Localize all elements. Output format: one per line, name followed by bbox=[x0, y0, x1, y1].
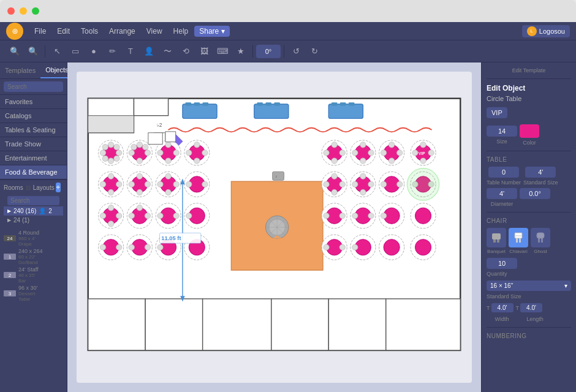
svg-point-67 bbox=[186, 150, 192, 156]
svg-text:11.05 ft: 11.05 ft bbox=[161, 235, 181, 241]
app-brand-name: Logosou bbox=[539, 28, 565, 35]
svg-rect-209 bbox=[538, 238, 540, 243]
legend-item-2: 1 240 x 264 60 x 22' Go/Band bbox=[4, 248, 63, 265]
zoom-out-btn[interactable]: 🔍 bbox=[6, 43, 23, 60]
table-number-input[interactable] bbox=[488, 167, 519, 178]
svg-rect-21 bbox=[349, 102, 354, 106]
user-tool[interactable]: 👤 bbox=[140, 43, 157, 60]
tab-templates[interactable]: Templates bbox=[0, 63, 40, 78]
svg-point-141 bbox=[388, 158, 394, 164]
divider-2 bbox=[487, 212, 571, 213]
sidebar-entertainment[interactable]: Entertainment bbox=[0, 151, 67, 165]
svg-rect-10 bbox=[183, 104, 217, 118]
svg-point-97 bbox=[108, 205, 113, 211]
app-logo[interactable]: ◎ bbox=[6, 23, 23, 40]
svg-point-127 bbox=[339, 150, 345, 156]
menu-edit[interactable]: Edit bbox=[52, 26, 75, 37]
svg-point-132 bbox=[352, 150, 358, 156]
circle-tool[interactable]: ● bbox=[85, 43, 102, 60]
sidebar-food-beverage[interactable]: Food & Beverage bbox=[0, 165, 67, 179]
chair-chiavari[interactable]: Chiavari bbox=[509, 228, 528, 254]
chair-quantity-input[interactable] bbox=[487, 258, 517, 269]
svg-rect-19 bbox=[332, 102, 337, 106]
user-account[interactable]: L Logosou bbox=[522, 25, 570, 37]
menu-tools[interactable]: Tools bbox=[76, 26, 103, 37]
menu-arrange[interactable]: Arrange bbox=[104, 26, 140, 37]
add-room-btn[interactable]: + bbox=[56, 183, 61, 192]
chair-types-row: Banquet Chiavari Ghost bbox=[487, 228, 571, 254]
svg-point-117 bbox=[129, 244, 134, 250]
svg-point-102 bbox=[145, 213, 150, 219]
text-tool[interactable]: T bbox=[122, 43, 139, 60]
menu-help[interactable]: Help bbox=[169, 26, 194, 37]
rooms-search-input[interactable] bbox=[7, 196, 59, 205]
chair-section-title: Chair bbox=[487, 217, 571, 224]
angle-input[interactable] bbox=[256, 45, 281, 58]
traffic-light-red[interactable] bbox=[7, 7, 15, 15]
menu-bar: ◎ File Edit Tools Arrange View Help Shar… bbox=[0, 22, 576, 40]
pointer-tool[interactable]: ↖ bbox=[48, 43, 66, 60]
svg-point-47 bbox=[102, 144, 108, 149]
legend-detail-2: 240 x 264 60 x 22' Go/Band bbox=[18, 248, 43, 265]
svg-rect-210 bbox=[541, 238, 543, 243]
room-item-240[interactable]: ▶ 240 (16) 👤 2 bbox=[4, 206, 63, 216]
pen-tool[interactable]: ✏ bbox=[104, 43, 121, 60]
color-field: Color bbox=[520, 124, 539, 146]
width-input[interactable] bbox=[491, 303, 513, 312]
image-tool[interactable]: 🖼 bbox=[195, 43, 213, 60]
svg-rect-12 bbox=[328, 104, 363, 118]
sidebar-favorites[interactable]: Favorites bbox=[0, 95, 67, 109]
chair-ghost[interactable]: Ghost bbox=[531, 228, 550, 254]
sidebar-trade-show[interactable]: Trade Show bbox=[0, 137, 67, 151]
traffic-light-green[interactable] bbox=[32, 7, 39, 15]
rotate-tool[interactable]: ⟲ bbox=[177, 43, 194, 60]
svg-point-63 bbox=[165, 142, 171, 148]
rotation-input[interactable] bbox=[520, 188, 550, 199]
svg-rect-200 bbox=[165, 132, 176, 142]
sidebar-search-input[interactable] bbox=[4, 81, 63, 92]
chair-banquet[interactable]: Banquet bbox=[487, 228, 506, 254]
svg-point-133 bbox=[368, 150, 374, 156]
zoom-in-btn[interactable]: 🔍 bbox=[25, 43, 42, 60]
svg-point-69 bbox=[194, 142, 200, 148]
svg-point-68 bbox=[202, 150, 208, 156]
menu-view[interactable]: View bbox=[142, 26, 167, 37]
table-section-title: Table bbox=[487, 156, 571, 163]
menu-share[interactable]: Share ▾ bbox=[194, 26, 229, 37]
standard-size-dropdown[interactable]: 16 × 16" ▾ bbox=[487, 281, 571, 291]
diameter-input[interactable] bbox=[487, 188, 517, 199]
width-prefix: T bbox=[487, 305, 490, 311]
undo-btn[interactable]: ↺ bbox=[287, 43, 305, 60]
sidebar-tables-seating[interactable]: Tables & Seating bbox=[0, 123, 67, 137]
legend-detail-3: 24' Staff 46 x 25' Bar bbox=[18, 266, 39, 284]
size-input[interactable] bbox=[487, 126, 517, 137]
traffic-light-yellow[interactable] bbox=[20, 7, 27, 15]
svg-point-126 bbox=[324, 150, 329, 156]
svg-point-121 bbox=[157, 244, 163, 250]
redo-btn[interactable]: ↻ bbox=[306, 43, 323, 60]
star-tool[interactable]: ★ bbox=[232, 43, 249, 60]
dropdown-chevron-icon: ▾ bbox=[564, 282, 567, 289]
svg-rect-11 bbox=[254, 104, 289, 118]
color-swatch[interactable] bbox=[520, 124, 539, 138]
rect-tool[interactable]: ▭ bbox=[67, 43, 84, 60]
svg-text:VIP: VIP bbox=[419, 151, 425, 156]
sidebar-catalogs[interactable]: Catalogs bbox=[0, 109, 67, 123]
divider-1 bbox=[487, 151, 571, 151]
menu-file[interactable]: File bbox=[29, 26, 51, 37]
table-number-label: Table Number bbox=[487, 179, 521, 186]
toolbar-divider-1 bbox=[45, 45, 45, 58]
length-input[interactable] bbox=[520, 303, 542, 312]
svg-point-103 bbox=[137, 205, 142, 211]
svg-point-76 bbox=[108, 189, 113, 195]
size-field: Size bbox=[487, 126, 517, 145]
svg-point-87 bbox=[165, 173, 171, 179]
svg-point-188 bbox=[352, 244, 358, 250]
keyboard-tool[interactable]: ⌨ bbox=[214, 43, 231, 60]
svg-point-95 bbox=[100, 213, 105, 219]
room-item-24[interactable]: ▶ 24 (1) bbox=[4, 216, 63, 225]
svg-point-50 bbox=[114, 156, 119, 161]
canvas-area[interactable]: ♭2 bbox=[67, 62, 481, 392]
wave-tool[interactable]: 〜 bbox=[159, 43, 176, 60]
standard-size-input[interactable] bbox=[525, 167, 556, 178]
